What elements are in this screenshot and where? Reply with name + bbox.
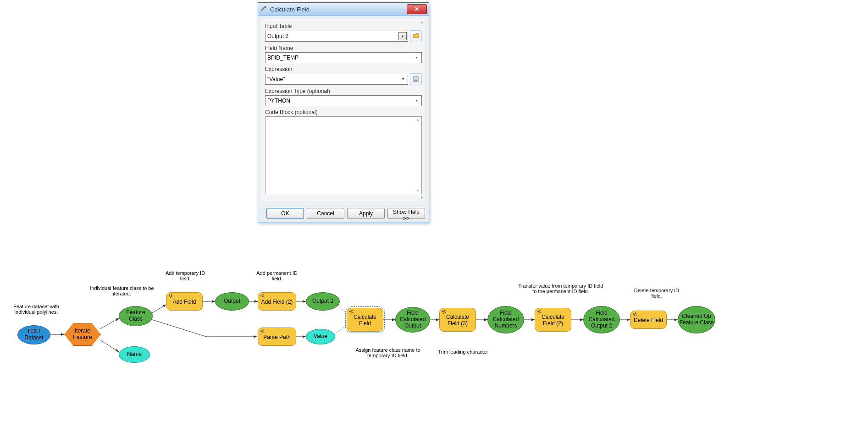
dropdown-icon[interactable]: ▾: [413, 54, 420, 61]
input-table-label: Input Table: [265, 23, 422, 29]
show-help-button[interactable]: Show Help >>: [387, 208, 425, 219]
ok-button[interactable]: OK: [266, 208, 304, 219]
node-name[interactable]: Name: [119, 346, 150, 363]
folder-icon: [413, 33, 419, 40]
node-label: TEST Dataset: [18, 328, 50, 341]
node-output-2[interactable]: Output 2: [306, 292, 340, 311]
node-label: Field Calculated Output 2: [584, 310, 619, 329]
expression-label: Expression: [265, 66, 422, 72]
node-field-calc-numbers[interactable]: Field Calculated Numbers: [487, 306, 524, 333]
node-label: Calculate Field (3): [440, 314, 475, 327]
scroll-down-icon: ▼: [416, 189, 420, 193]
dialog-title: Calculate Field: [270, 6, 407, 13]
code-block-label: Code Block (optional): [265, 109, 422, 115]
svg-line-18: [338, 305, 348, 315]
svg-point-6: [415, 80, 415, 81]
field-name-combo[interactable]: BPID_TEMP ▾: [265, 52, 422, 63]
node-calculate-field-2[interactable]: Calculate Field (2): [535, 308, 571, 332]
node-field-calc-output[interactable]: Field Calculated Output: [395, 307, 430, 333]
expression-builder-button[interactable]: [410, 73, 422, 85]
node-label: Name: [127, 351, 142, 358]
node-test-dataset[interactable]: TEST Dataset: [17, 325, 50, 344]
node-label: Cleaned Up Feature Class: [678, 313, 715, 326]
caption-add-temp: Add temporary ID field.: [162, 270, 208, 281]
apply-button[interactable]: Apply: [347, 208, 385, 219]
node-label: Value: [314, 333, 327, 340]
node-label: Add Field (2): [261, 299, 293, 306]
scroll-up-icon: ▲: [416, 118, 420, 122]
svg-point-3: [415, 79, 415, 80]
expr-type-combo[interactable]: PYTHON ▾: [265, 95, 422, 106]
svg-line-13: [152, 305, 166, 313]
svg-line-19: [334, 325, 348, 334]
node-label: Field Calculated Numbers: [488, 310, 524, 329]
node-label: Calculate Field (2): [535, 314, 571, 327]
node-calculate-field-3[interactable]: Calculate Field (3): [439, 308, 476, 332]
input-table-value: Output 2: [267, 33, 288, 39]
node-field-calc-output2[interactable]: Field Calculated Output 2: [583, 306, 620, 333]
svg-point-7: [415, 80, 416, 81]
node-cleaned-up[interactable]: Cleaned Up Feature Class: [678, 306, 715, 333]
dropdown-icon[interactable]: ▾: [399, 75, 407, 82]
dropdown-icon[interactable]: ▼: [398, 32, 407, 40]
caption-delete: Delete temporary ID field.: [629, 288, 684, 299]
caption-iterate: Individual feature class to be iterated.: [90, 285, 154, 296]
code-block-textarea[interactable]: ▲ ▼: [265, 116, 422, 194]
node-value[interactable]: Value: [306, 329, 335, 344]
scroll-down-icon: ▼: [420, 196, 424, 200]
node-label: Output 2: [312, 298, 333, 305]
node-add-field-2[interactable]: Add Field (2): [258, 292, 296, 311]
field-name-value: BPID_TEMP: [267, 55, 299, 61]
node-feature-class[interactable]: Feature Class: [119, 306, 153, 326]
svg-point-4: [415, 79, 416, 80]
caption-transfer: Transfer value from temporary ID field t…: [518, 283, 603, 294]
field-name-label: Field Name: [265, 45, 422, 51]
svg-rect-0: [264, 6, 266, 8]
dialog-body: ▲ Input Table Output 2 ▼ Field Name BPID…: [261, 19, 426, 201]
svg-point-8: [416, 80, 417, 81]
dialog-button-row: OK Cancel Apply Show Help >>: [258, 204, 429, 223]
caption-trim: Trim leading character: [431, 349, 495, 355]
node-add-field[interactable]: Add Field: [166, 292, 203, 311]
node-label: Feature Class: [119, 310, 152, 322]
node-label: Calculate Field: [347, 314, 383, 327]
input-table-combo[interactable]: Output 2 ▼: [265, 31, 408, 42]
svg-point-5: [416, 79, 417, 80]
node-label: Add Field: [173, 299, 196, 306]
model-flow-canvas: Feature dataset with individual polyline…: [0, 252, 868, 426]
node-output[interactable]: Output: [215, 292, 249, 311]
expression-combo[interactable]: "Value" ▾: [265, 74, 408, 85]
node-calculate-field[interactable]: Calculate Field: [347, 308, 383, 332]
node-delete-field[interactable]: Delete Field: [630, 311, 667, 329]
node-label: Delete Field: [634, 317, 663, 324]
dialog-titlebar[interactable]: Calculate Field ✕: [258, 3, 429, 16]
browse-button[interactable]: [410, 30, 422, 42]
calculator-icon: [413, 76, 419, 83]
caption-add-perm: Add permanent ID field.: [254, 270, 300, 281]
node-parse-path[interactable]: Parse Path: [258, 328, 296, 346]
node-label: Iterate Feature: [65, 328, 100, 341]
caption-assign: Assign feature class name to temporary I…: [347, 347, 429, 358]
hammer-icon: [260, 5, 267, 13]
close-button[interactable]: ✕: [407, 4, 427, 14]
node-iterate-feature[interactable]: Iterate Feature: [64, 323, 101, 346]
node-label: Field Calculated Output: [396, 310, 430, 329]
calculate-field-dialog: Calculate Field ✕ ▲ Input Table Output 2…: [258, 2, 429, 223]
svg-line-11: [100, 318, 119, 329]
expr-type-label: Expression Type (optional): [265, 88, 422, 94]
dropdown-icon[interactable]: ▾: [413, 97, 420, 104]
caption-dataset: Feature dataset with individual polyline…: [6, 304, 66, 315]
node-label: Output: [224, 298, 240, 305]
connectors: [0, 252, 868, 426]
node-label: Parse Path: [263, 334, 290, 341]
svg-line-12: [100, 340, 119, 352]
svg-rect-2: [415, 76, 418, 78]
expr-type-value: PYTHON: [267, 98, 290, 104]
expression-value: "Value": [267, 76, 285, 82]
cancel-button[interactable]: Cancel: [307, 208, 344, 219]
